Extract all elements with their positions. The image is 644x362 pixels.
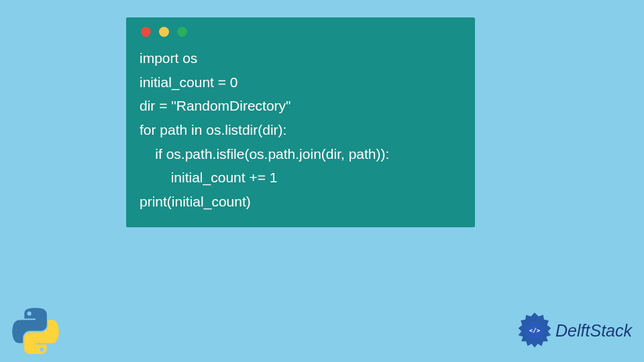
- maximize-dot-icon: [177, 27, 187, 37]
- code-window: import os initial_count = 0 dir = "Rando…: [126, 17, 475, 227]
- python-logo-icon: [12, 307, 59, 354]
- svg-text:</>: </>: [529, 326, 541, 334]
- code-block: import os initial_count = 0 dir = "Rando…: [140, 46, 462, 214]
- delftstack-label: DelftStack: [555, 321, 632, 341]
- window-controls: [140, 27, 462, 37]
- delftstack-branding: </> DelftStack: [515, 311, 632, 350]
- close-dot-icon: [141, 27, 151, 37]
- minimize-dot-icon: [159, 27, 169, 37]
- delftstack-emblem-icon: </>: [515, 311, 554, 350]
